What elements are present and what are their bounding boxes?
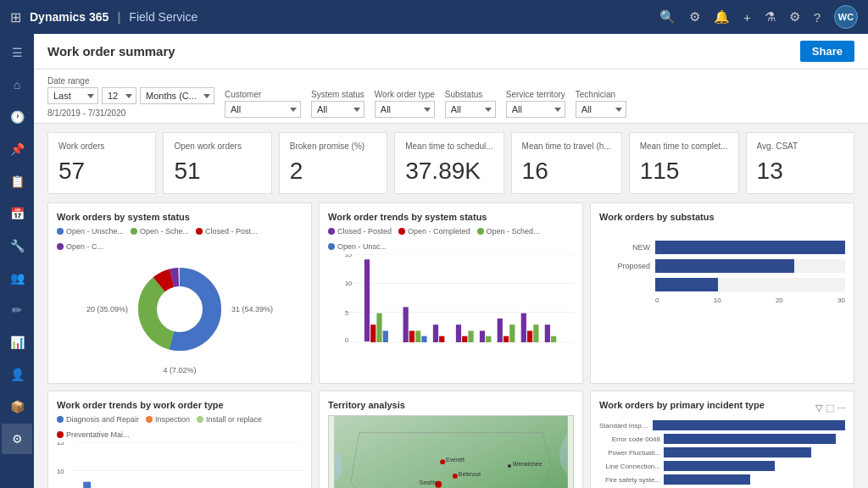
kpi-row: Work orders 57Open work orders 51Broken …	[34, 124, 868, 202]
incident-label: Fire safety syste...	[599, 476, 660, 484]
sidebar-analytics[interactable]: 📊	[2, 327, 32, 358]
sidebar-settings[interactable]: ⚙	[2, 424, 32, 454]
system-status-select[interactable]: All	[311, 101, 364, 118]
kpi-value: 51	[174, 158, 260, 185]
trends-type-title: Work order trends by work order type	[57, 400, 303, 410]
hbar-track-proposed	[655, 259, 845, 273]
kpi-card: Work orders 57	[47, 132, 156, 194]
incidents-card: Work orders by primary incident type ▽ ⬚…	[590, 391, 854, 488]
date-unit-select[interactable]: Months (C...	[140, 87, 214, 104]
brand-name: Dynamics 365	[30, 10, 108, 24]
service-territory-select[interactable]: All	[506, 101, 565, 118]
sidebar-customers[interactable]: 👥	[2, 263, 32, 293]
kpi-card: Open work orders 51	[163, 132, 271, 194]
work-order-type-select[interactable]: All	[375, 101, 435, 118]
sidebar-home[interactable]: ⌂	[2, 69, 32, 100]
legend-item: Open - C...	[57, 242, 103, 251]
sidebar-inventory[interactable]: 📦	[2, 391, 32, 422]
kpi-value: 2	[290, 158, 376, 185]
sidebar-schedule[interactable]: 📅	[2, 198, 32, 229]
svg-rect-22	[433, 324, 438, 342]
hbar-fill-3	[655, 278, 718, 291]
trends-type-svg: 15 10 5	[57, 442, 303, 488]
sidebar-pinned[interactable]: 📌	[2, 134, 32, 164]
sidebar-menu[interactable]: ☰	[2, 37, 32, 68]
svg-point-67	[440, 459, 445, 464]
svg-rect-17	[383, 330, 388, 342]
plus-icon[interactable]: +	[743, 10, 751, 25]
svg-rect-23	[439, 336, 444, 342]
legend-item: Install or replace	[197, 415, 262, 424]
kpi-card: Avg. CSAT 13	[746, 132, 854, 194]
filter-row: Date range Last 12 Months (C... 8/1/2019…	[47, 76, 854, 118]
legend-item: Inspection	[146, 415, 190, 424]
filter-icon[interactable]: ⚗	[765, 9, 776, 25]
sidebar: ☰ ⌂ 🕐 📌 📋 📅 🔧 👥 ✏ 📊 👤 📦 ⚙	[0, 34, 34, 488]
share-button[interactable]: Share	[800, 41, 854, 62]
date-period-select[interactable]: Last	[47, 87, 98, 104]
filter-work-order-type: Work order type All	[375, 90, 435, 118]
customer-select[interactable]: All	[225, 101, 301, 118]
technician-select[interactable]: All	[576, 101, 626, 118]
hbar-track-3	[655, 278, 845, 291]
sidebar-workorders[interactable]: 📋	[2, 166, 32, 197]
svg-rect-32	[521, 313, 526, 342]
incidents-chart: Standard Inspec... Error code 0048 Power…	[599, 415, 845, 488]
incident-label: Line Connection...	[599, 463, 660, 470]
bell-icon[interactable]: 🔔	[714, 9, 730, 25]
sidebar-recent[interactable]: 🕐	[2, 102, 32, 132]
incident-bar	[664, 474, 750, 485]
sidebar-users[interactable]: 👤	[2, 359, 32, 390]
gear-icon[interactable]: ⚙	[789, 9, 800, 25]
help-icon[interactable]: ?	[814, 10, 821, 25]
date-shown: 8/1/2019 - 7/31/2020	[47, 108, 214, 118]
substatus-label: Substatus	[445, 90, 496, 99]
kpi-title: Work orders	[58, 141, 145, 151]
svg-rect-24	[456, 324, 461, 342]
incident-bar	[664, 461, 775, 471]
avatar[interactable]: WC	[834, 5, 858, 29]
status-pie-card: Work orders by system status Open - Unsc…	[47, 202, 312, 384]
kpi-card: Mean time to schedul... 37.89K	[394, 132, 504, 194]
svg-rect-14	[364, 259, 370, 341]
service-territory-label: Service territory	[506, 90, 565, 99]
substatus-select[interactable]: All	[445, 101, 496, 118]
app-grid-icon[interactable]: ⊞	[10, 9, 21, 25]
incident-bar	[664, 434, 836, 444]
svg-rect-28	[486, 336, 491, 342]
kpi-title: Open work orders	[174, 141, 260, 151]
technician-label: Technician	[576, 90, 626, 99]
incident-label: Error code 0048	[599, 435, 660, 443]
kpi-title: Broken promise (%)	[290, 141, 376, 151]
search-icon[interactable]: 🔍	[659, 9, 676, 25]
export-icon[interactable]: ⬚	[826, 402, 834, 413]
hbar-fill-new	[655, 241, 845, 254]
substatus-card: Work orders by substatus NEW Proposed	[590, 202, 854, 384]
svg-rect-30	[504, 336, 509, 342]
substatus-chart: NEW Proposed	[599, 227, 845, 304]
sidebar-service[interactable]: 🔧	[2, 230, 32, 261]
system-status-label: System status	[311, 90, 364, 99]
trends-type-legend: Diagnosis and RepairInspectionInstall or…	[57, 415, 303, 439]
page-header: Work order summary Share	[34, 34, 868, 69]
filter-customer: Customer All	[225, 90, 301, 118]
date-num-select[interactable]: 12	[102, 87, 136, 104]
kpi-value: 13	[757, 158, 843, 185]
brand: Dynamics 365 | Field Service	[30, 10, 198, 24]
donut-label-right: 31 (54.39%)	[231, 305, 273, 313]
settings-icon[interactable]: ⚙	[689, 9, 700, 25]
bottom-chart-grid: Work order trends by work order type Dia…	[34, 391, 868, 488]
territory-card: Territory analysis	[319, 391, 583, 488]
filter-system-status: System status All	[311, 90, 364, 118]
svg-text:10: 10	[57, 468, 64, 475]
filter-substatus: Substatus All	[445, 90, 496, 118]
svg-rect-20	[415, 330, 420, 342]
svg-rect-26	[468, 330, 473, 342]
more-icon[interactable]: ···	[837, 402, 845, 413]
sidebar-edit[interactable]: ✏	[2, 295, 32, 325]
svg-point-75	[508, 464, 511, 468]
incidents-header: Work orders by primary incident type ▽ ⬚…	[599, 400, 845, 415]
kpi-title: Mean time to schedul...	[405, 141, 492, 151]
kpi-value: 16	[522, 158, 611, 185]
filter-icon[interactable]: ▽	[815, 402, 822, 413]
